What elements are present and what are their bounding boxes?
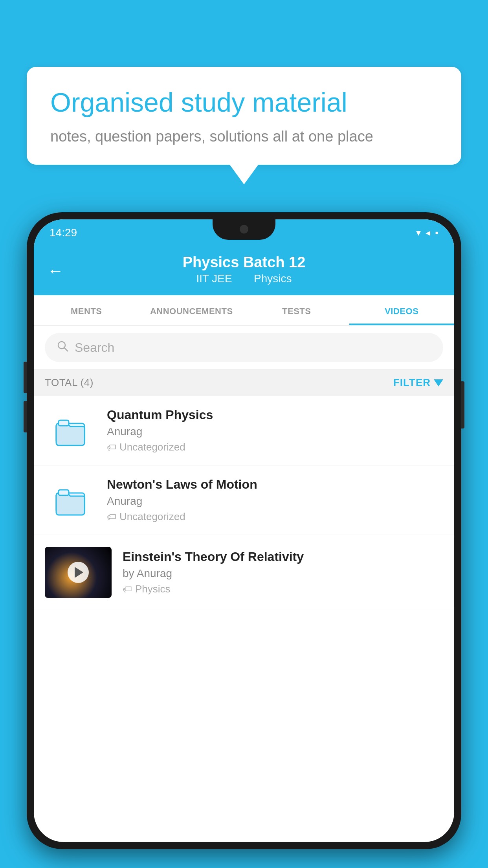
play-button[interactable] [68, 562, 89, 583]
search-bar[interactable]: Search [45, 333, 443, 362]
phone-outer: 14:29 ▾ ◂ ▪ ← Physics Batch 12 IIT JEE [27, 212, 461, 849]
header-subtitle: IIT JEE Physics [183, 272, 306, 285]
svg-line-1 [64, 348, 68, 351]
video-info: Newton's Laws of Motion Anurag 🏷 Uncateg… [107, 477, 443, 523]
folder-icon [55, 484, 86, 516]
filter-bar: TOTAL (4) FILTER [34, 370, 454, 396]
tag-icon: 🏷 [107, 442, 116, 453]
app-header: ← Physics Batch 12 IIT JEE Physics [34, 246, 454, 295]
svg-rect-5 [59, 490, 69, 495]
tag-label: Uncategorized [119, 511, 185, 523]
video-title: Einstein's Theory Of Relativity [123, 550, 443, 564]
tag-icon: 🏷 [107, 511, 116, 522]
tab-tests[interactable]: TESTS [244, 295, 349, 325]
svg-rect-3 [59, 420, 69, 426]
bubble-subtitle: notes, question papers, solutions all at… [50, 128, 438, 145]
speech-bubble: Organised study material notes, question… [27, 67, 461, 165]
header-title-group: Physics Batch 12 IIT JEE Physics [183, 254, 306, 285]
header-subtitle-separator [242, 272, 248, 285]
tag-label: Uncategorized [119, 441, 185, 453]
search-icon [57, 340, 68, 355]
signal-icon: ◂ [426, 227, 430, 238]
bubble-title: Organised study material [50, 86, 438, 119]
status-bar: 14:29 ▾ ◂ ▪ [34, 219, 454, 246]
total-count: TOTAL (4) [45, 377, 94, 389]
header-subtitle-iitjee: IIT JEE [196, 272, 232, 285]
volume-down-button[interactable] [24, 401, 27, 432]
list-item[interactable]: Quantum Physics Anurag 🏷 Uncategorized [34, 396, 454, 465]
volume-up-button[interactable] [24, 362, 27, 393]
folder-icon-container [53, 413, 88, 448]
power-button[interactable] [461, 381, 464, 428]
folder-icon-container [53, 482, 88, 518]
play-icon [75, 567, 83, 578]
list-item[interactable]: Einstein's Theory Of Relativity by Anura… [34, 535, 454, 610]
filter-icon [434, 379, 443, 386]
list-item[interactable]: Newton's Laws of Motion Anurag 🏷 Uncateg… [34, 465, 454, 535]
tab-videos[interactable]: VIDEOS [349, 295, 455, 325]
wifi-icon: ▾ [416, 227, 421, 238]
video-author: Anurag [107, 425, 443, 438]
video-list: Quantum Physics Anurag 🏷 Uncategorized [34, 396, 454, 610]
tag-icon: 🏷 [123, 584, 132, 595]
video-title: Newton's Laws of Motion [107, 477, 443, 492]
tab-announcements[interactable]: ANNOUNCEMENTS [139, 295, 244, 325]
back-button[interactable]: ← [47, 261, 64, 280]
phone-wrapper: 14:29 ▾ ◂ ▪ ← Physics Batch 12 IIT JEE [27, 212, 461, 849]
tag-label: Physics [135, 583, 171, 595]
header-title: Physics Batch 12 [183, 254, 306, 271]
video-tag: 🏷 Uncategorized [107, 441, 443, 453]
video-info: Quantum Physics Anurag 🏷 Uncategorized [107, 408, 443, 453]
folder-icon [55, 415, 86, 446]
tab-ments[interactable]: MENTS [34, 295, 139, 325]
notch [213, 219, 275, 240]
video-author: by Anurag [123, 567, 443, 580]
phone-screen: 14:29 ▾ ◂ ▪ ← Physics Batch 12 IIT JEE [34, 219, 454, 842]
header-subtitle-physics: Physics [254, 272, 292, 285]
video-author: Anurag [107, 495, 443, 508]
search-placeholder: Search [75, 340, 114, 355]
battery-icon: ▪ [435, 227, 438, 238]
status-time: 14:29 [50, 226, 77, 239]
video-info: Einstein's Theory Of Relativity by Anura… [123, 550, 443, 595]
video-title: Quantum Physics [107, 408, 443, 422]
video-thumbnail [45, 547, 112, 598]
camera [240, 225, 248, 234]
video-tag: 🏷 Uncategorized [107, 511, 443, 523]
search-container: Search [34, 326, 454, 370]
tab-bar: MENTS ANNOUNCEMENTS TESTS VIDEOS [34, 295, 454, 326]
video-tag: 🏷 Physics [123, 583, 443, 595]
filter-button[interactable]: FILTER [393, 377, 443, 389]
filter-label: FILTER [393, 377, 431, 389]
status-icons: ▾ ◂ ▪ [416, 227, 438, 238]
